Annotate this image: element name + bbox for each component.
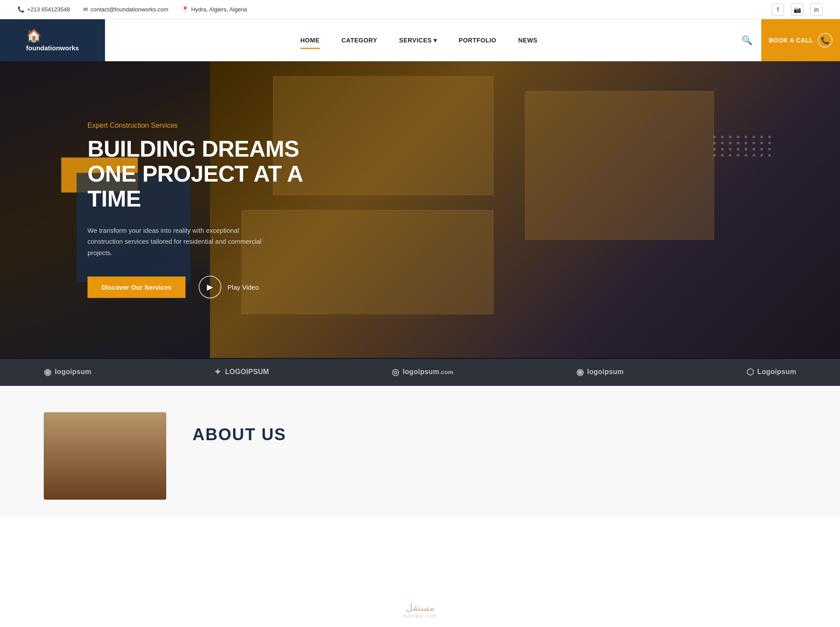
logo[interactable]: 🏠 foundationworks xyxy=(0,19,105,61)
linkedin-icon[interactable]: in xyxy=(810,4,822,16)
nav-services[interactable]: SERVICES ▾ xyxy=(399,33,437,47)
partner-3: ◎ logoipsum.com xyxy=(392,367,453,377)
book-phone-icon: 📞 xyxy=(818,33,833,48)
partner-1: ◉ logoipsum xyxy=(44,367,91,377)
hero-title: BUILDING DREAMS ONE PROJECT AT A TIME xyxy=(88,137,306,212)
partners-bar: ◉ logoipsum ✦ LOGOIPSUM ◎ logoipsum.com … xyxy=(0,358,840,386)
partner-5: ⬡ Logoipsum xyxy=(746,367,796,377)
about-text: ABOUT US xyxy=(192,412,796,444)
hero-content: Expert Construction Services BUILDING DR… xyxy=(0,122,306,298)
address-contact: 📍 Hydra, Algiers, Algeria xyxy=(182,6,247,13)
partner-5-name: Logoipsum xyxy=(757,368,796,376)
hero-actions: Discover Our Services ▶ Play Video xyxy=(88,276,306,298)
facebook-icon[interactable]: f xyxy=(772,4,784,16)
email-contact: ✉ contact@foundationworks.com xyxy=(83,6,168,13)
phone-contact: 📞 +213 654123548 xyxy=(18,6,70,13)
partner-2: ✦ LOGOIPSUM xyxy=(214,367,269,377)
nav-category[interactable]: CATEGORY xyxy=(342,33,378,47)
partner-4-icon: ◉ xyxy=(576,367,584,377)
partner-3-icon: ◎ xyxy=(392,367,399,377)
logo-name: foundationworks xyxy=(26,44,79,52)
book-call-label: BOOK A CALL xyxy=(769,37,813,44)
hero-section: Expert Construction Services BUILDING DR… xyxy=(0,61,840,359)
partner-2-icon: ✦ xyxy=(214,367,221,377)
about-title: ABOUT US xyxy=(192,425,796,444)
about-image-inner xyxy=(44,412,166,500)
dots-pattern xyxy=(713,136,773,157)
play-label: Play Video xyxy=(228,284,259,291)
about-image xyxy=(44,412,166,500)
partner-2-name: LOGOIPSUM xyxy=(225,368,269,376)
nav-news[interactable]: NEWS xyxy=(518,33,538,47)
navbar: 🏠 foundationworks HOME CATEGORY SERVICES… xyxy=(0,19,840,61)
location-icon: 📍 xyxy=(182,6,189,13)
partner-4-name: logoipsum xyxy=(587,368,624,376)
play-video-button[interactable]: ▶ Play Video xyxy=(199,276,259,298)
book-call-button[interactable]: BOOK A CALL 📞 xyxy=(761,19,840,61)
partner-4: ◉ logoipsum xyxy=(576,367,624,377)
discover-services-button[interactable]: Discover Our Services xyxy=(88,277,186,298)
hero-description: We transform your ideas into reality wit… xyxy=(88,225,271,259)
search-button[interactable]: 🔍 xyxy=(733,19,761,61)
partner-1-name: logoipsum xyxy=(55,368,91,376)
glass-panel-3 xyxy=(525,91,714,240)
nav-menu: HOME CATEGORY SERVICES ▾ PORTFOLIO NEWS xyxy=(105,19,733,61)
chevron-down-icon: ▾ xyxy=(434,37,437,44)
hero-subtitle: Expert Construction Services xyxy=(88,122,306,130)
email-icon: ✉ xyxy=(83,6,88,13)
about-section: ABOUT US xyxy=(0,386,840,517)
play-icon: ▶ xyxy=(199,276,221,298)
nav-portfolio[interactable]: PORTFOLIO xyxy=(458,33,496,47)
logo-house-icon: 🏠 xyxy=(26,28,79,43)
phone-number: +213 654123548 xyxy=(27,6,70,13)
top-bar: 📞 +213 654123548 ✉ contact@foundationwor… xyxy=(0,0,840,19)
top-bar-contacts: 📞 +213 654123548 ✉ contact@foundationwor… xyxy=(18,6,247,13)
phone-icon: 📞 xyxy=(18,6,24,13)
address-text: Hydra, Algiers, Algeria xyxy=(191,6,247,13)
instagram-icon[interactable]: 📷 xyxy=(791,4,803,16)
email-address: contact@foundationworks.com xyxy=(91,6,168,13)
nav-home[interactable]: HOME xyxy=(301,33,320,47)
search-icon: 🔍 xyxy=(742,35,752,46)
social-links: f 📷 in xyxy=(772,4,822,16)
partner-5-icon: ⬡ xyxy=(746,367,754,377)
partner-3-name: logoipsum.com xyxy=(402,368,453,376)
partner-1-icon: ◉ xyxy=(44,367,51,377)
